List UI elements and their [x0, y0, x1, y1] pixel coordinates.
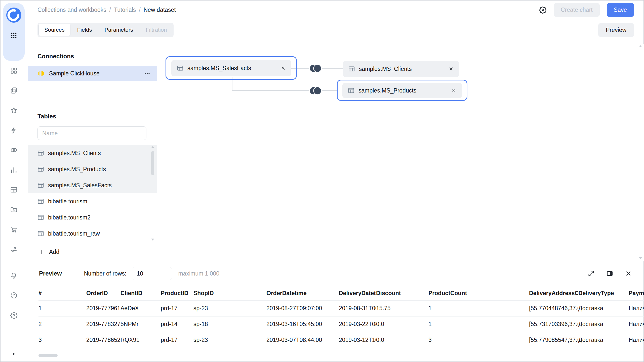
breadcrumb-item-current: New dataset — [144, 7, 176, 13]
close-icon — [449, 66, 454, 71]
rail-item-favorites[interactable] — [8, 105, 20, 116]
canvas-scroll-down[interactable] — [639, 257, 642, 259]
scroll-thumb[interactable] — [151, 151, 154, 175]
dataset-settings-button[interactable] — [539, 6, 547, 14]
rail-item-service-settings[interactable] — [8, 244, 20, 255]
scroll-down-arrow[interactable] — [151, 239, 154, 241]
node-close-button[interactable] — [449, 66, 454, 71]
scroll-up-arrow[interactable] — [151, 146, 154, 148]
gear-icon — [10, 311, 18, 319]
cell-shopid: sp-18 — [193, 316, 266, 332]
cell-productid: prd-17 — [161, 300, 193, 316]
rail-item-settings[interactable] — [8, 309, 20, 321]
connection-item-sample-clickhouse[interactable]: Sample ClickHouse — [28, 66, 157, 81]
rail-item-charts[interactable] — [8, 164, 20, 176]
table-list-item[interactable]: samples.MS_Products — [28, 161, 157, 177]
table-row: 2 2019-778327 5NPMr prd-14 sp-18 2019-03… — [38, 316, 644, 332]
breadcrumb-item-collections[interactable]: Collections and workbooks — [37, 7, 106, 13]
table-icon — [348, 87, 354, 94]
table-icon — [37, 182, 44, 189]
rail-collapse-button[interactable] — [8, 349, 20, 359]
table-icon — [37, 150, 44, 156]
column-header: PaymentType — [629, 286, 644, 300]
plus-icon — [38, 249, 45, 255]
table-icon — [37, 214, 44, 221]
join-icon-clients[interactable] — [308, 64, 323, 74]
rail-item-workbooks[interactable] — [8, 85, 20, 96]
rail-item-datasets[interactable] — [8, 184, 20, 196]
rail-item-connections[interactable] — [8, 144, 20, 156]
tables-title: Tables — [37, 113, 157, 120]
rows-count-input[interactable] — [132, 267, 172, 280]
cell-orderdatetime: 2019-08-27T09:07:00 — [266, 300, 339, 316]
table-list-item[interactable]: samples.MS_SalesFacts — [28, 177, 157, 193]
tab-fields[interactable]: Fields — [71, 24, 98, 36]
table-list-item[interactable]: bibattle.tourism_raw — [28, 225, 157, 242]
expand-preview-button[interactable] — [588, 270, 595, 277]
column-header: OrderDatetime — [266, 286, 339, 300]
table-list-item[interactable]: bibattle.tourism2 — [28, 209, 157, 225]
cell-discount: 15.75 — [376, 300, 428, 316]
preview-header: Preview Number of rows: maximum 1 000 — [28, 261, 644, 286]
cell-clientid: RQX91 — [120, 332, 161, 348]
table-icon — [37, 198, 44, 205]
app-root: Collections and workbooks / Tutorials / … — [0, 0, 644, 362]
table-name: samples.MS_SalesFacts — [48, 182, 112, 189]
cell-index: 2 — [38, 316, 86, 332]
main-area: Collections and workbooks / Tutorials / … — [28, 0, 644, 362]
node-label: samples.MS_Products — [358, 87, 416, 94]
source-node-products[interactable]: samples.MS_Products — [342, 83, 462, 98]
scroll-thumb[interactable] — [38, 354, 58, 357]
grid-icon — [10, 67, 18, 74]
cell-deliveryaddresscoord: [55.779085547,37.667546557] — [529, 332, 578, 348]
source-node-salesfacts[interactable]: samples.MS_SalesFacts — [171, 60, 291, 76]
column-header: ProductCount — [428, 286, 529, 300]
rail-nav — [8, 65, 20, 255]
breadcrumb-item-tutorials[interactable]: Tutorials — [114, 7, 136, 13]
rail-item-editor[interactable] — [8, 124, 20, 136]
preview-table-wrap: #OrderIDClientIDProductIDShopIDOrderDate… — [28, 286, 644, 348]
table-list-item[interactable]: samples.MS_Clients — [28, 145, 157, 161]
column-header: DeliveryType — [578, 286, 629, 300]
rail-item-storage[interactable] — [8, 204, 20, 215]
horizontal-scrollbar[interactable] — [38, 354, 644, 357]
source-node-clients[interactable]: samples.MS_Clients — [343, 61, 459, 77]
apps-grid-icon[interactable] — [10, 31, 18, 40]
table-search-input[interactable] — [37, 126, 146, 140]
node-close-button[interactable] — [451, 88, 456, 93]
column-header: ShopID — [193, 286, 266, 300]
connections-title: Connections — [37, 53, 157, 60]
split-view-button[interactable] — [606, 270, 613, 277]
close-icon — [625, 270, 632, 277]
content: Connections Sample ClickHouse — [28, 44, 644, 261]
folder-upload-icon — [10, 206, 18, 213]
close-preview-button[interactable] — [625, 270, 632, 277]
rail-item-help[interactable] — [8, 290, 20, 301]
table-list-scrollbar[interactable] — [151, 146, 154, 241]
tab-parameters[interactable]: Parameters — [99, 24, 139, 36]
rail-item-collections[interactable] — [8, 65, 20, 76]
cell-paymenttype: Наличные — [629, 332, 644, 348]
rail-item-marketplace[interactable] — [8, 224, 20, 235]
rail-item-notifications[interactable] — [8, 270, 20, 281]
panel-divider — [28, 105, 157, 105]
tabs-row: Sources Fields Parameters Filtration Pre… — [28, 20, 644, 44]
preview-table: #OrderIDClientIDProductIDShopIDOrderDate… — [38, 286, 644, 348]
clickhouse-icon — [37, 70, 45, 77]
topbar: Collections and workbooks / Tutorials / … — [28, 0, 644, 20]
canvas-scroll-up[interactable] — [639, 45, 642, 47]
tab-sources[interactable]: Sources — [38, 24, 70, 36]
sources-panel: Connections Sample ClickHouse — [28, 44, 157, 261]
add-table-button[interactable]: Add — [28, 245, 157, 259]
save-button[interactable]: Save — [607, 3, 634, 17]
node-close-button[interactable] — [281, 66, 286, 71]
cell-index: 1 — [38, 300, 86, 316]
layers-icon — [10, 87, 18, 94]
datalens-logo[interactable] — [6, 7, 22, 24]
breadcrumb: Collections and workbooks / Tutorials / … — [37, 7, 176, 13]
connection-menu-button[interactable] — [144, 70, 150, 77]
join-icon-products[interactable] — [308, 86, 323, 97]
table-list-item[interactable]: bibattle.tourism — [28, 193, 157, 209]
connector — [291, 68, 309, 69]
preview-toggle-button[interactable]: Preview — [598, 23, 634, 37]
